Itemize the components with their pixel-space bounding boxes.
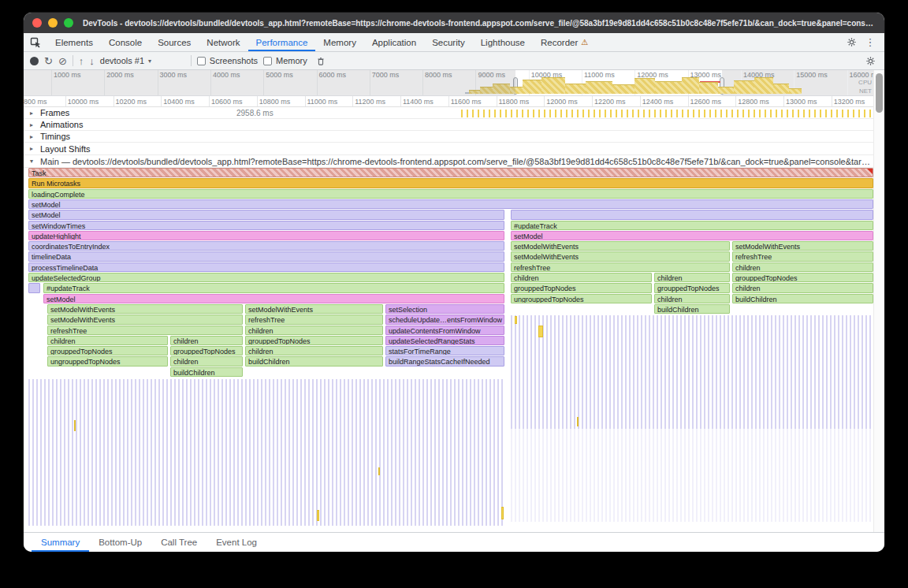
flame-bar[interactable]: updateSelectedRangeStats: [385, 336, 504, 345]
flame-bar[interactable]: scheduleUpdate…entsFromWindow: [385, 314, 504, 324]
flame-bar[interactable]: setModelWithEvents: [732, 241, 873, 251]
tab-console[interactable]: Console: [101, 33, 150, 51]
flame-bar[interactable]: updateSelectedGroup: [28, 273, 504, 282]
record-button[interactable]: [30, 57, 39, 65]
flame-bar[interactable]: [28, 283, 40, 292]
close-window-button[interactable]: [32, 18, 42, 28]
flame-bar[interactable]: statsForTimeRange: [385, 346, 504, 355]
settings-gear-button[interactable]: [843, 35, 859, 50]
flame-bar[interactable]: buildChildren: [732, 294, 873, 303]
vertical-scrollbar[interactable]: [873, 70, 884, 532]
flame-bar[interactable]: grouppedTopNodes: [511, 283, 652, 292]
tab-application[interactable]: Application: [364, 33, 424, 51]
flame-bar[interactable]: grouppedTopNodes: [47, 346, 168, 355]
flame-bar[interactable]: children: [245, 326, 383, 335]
flame-bar[interactable]: grouppedTopNodes: [654, 283, 730, 292]
flame-bar[interactable]: children: [732, 262, 873, 272]
flame-bar[interactable]: setModel: [28, 199, 873, 209]
flame-bar[interactable]: setModelWithEvents: [511, 251, 730, 261]
tab-event-log[interactable]: Event Log: [207, 533, 266, 552]
memory-checkbox[interactable]: Memory: [263, 56, 307, 65]
flame-bar[interactable]: grouppedTopNodes: [170, 346, 243, 355]
flame-bar[interactable]: coordinatesToEntryIndex: [28, 241, 504, 251]
tab-sources[interactable]: Sources: [150, 33, 199, 51]
track-frames[interactable]: ▸ Frames 2958.6 ms: [24, 107, 873, 119]
garbage-collect-button[interactable]: [313, 53, 329, 69]
flame-bar[interactable]: children: [47, 336, 168, 345]
flame-bar[interactable]: children: [732, 283, 873, 292]
flame-bar[interactable]: loadingComplete: [28, 189, 873, 199]
flame-bar[interactable]: children: [245, 346, 383, 355]
flame-bar[interactable]: timelineData: [28, 251, 504, 261]
flame-bar[interactable]: ungrouppedTopNodes: [511, 294, 652, 303]
kebab-menu-button[interactable]: ⋮: [862, 35, 878, 50]
tab-summary[interactable]: Summary: [32, 533, 89, 552]
flame-bar[interactable]: setWindowTimes: [28, 221, 504, 230]
flame-bar[interactable]: [511, 210, 873, 219]
tab-bottom-up[interactable]: Bottom-Up: [89, 533, 151, 552]
flame-bar[interactable]: updateHighlight: [28, 231, 504, 240]
capture-settings-gear-button[interactable]: [862, 53, 878, 69]
tab-elements[interactable]: Elements: [47, 33, 101, 51]
load-profile-button[interactable]: ↑: [79, 56, 84, 66]
ruler-gridline: [783, 96, 784, 106]
track-layout-shifts[interactable]: ▸ Layout Shifts: [24, 143, 873, 155]
flame-bar[interactable]: children: [170, 356, 243, 366]
flame-bar[interactable]: refreshTree: [511, 262, 730, 272]
cpu-activity-bump: [634, 78, 655, 94]
net-track-label: NET: [859, 87, 872, 95]
flame-bar[interactable]: buildChildren: [245, 356, 383, 366]
minimize-window-button[interactable]: [48, 18, 58, 28]
flame-bar[interactable]: setModelWithEvents: [245, 304, 383, 314]
zoom-window-button[interactable]: [64, 18, 73, 28]
flame-bar[interactable]: buildChildren: [170, 367, 243, 377]
overview-track[interactable]: CPU NET 1000 ms2000 ms3000 ms4000 ms5000…: [24, 70, 884, 96]
flame-bar[interactable]: children: [654, 294, 730, 303]
tab-performance[interactable]: Performance: [248, 33, 316, 51]
flame-bar[interactable]: setModel: [43, 294, 504, 303]
flame-bar[interactable]: #updateTrack: [511, 221, 873, 230]
flame-bar[interactable]: Run Microtasks: [28, 178, 873, 188]
track-animations[interactable]: ▸ Animations: [24, 119, 873, 131]
flame-bar[interactable]: children: [654, 273, 730, 282]
flame-bar[interactable]: setModel: [28, 210, 504, 219]
flame-bar[interactable]: setModelWithEvents: [511, 241, 730, 251]
tab-security[interactable]: Security: [424, 33, 473, 51]
devtools-tabbar: Elements Console Sources Network Perform…: [24, 33, 884, 52]
flame-bar[interactable]: setSelection: [385, 304, 504, 314]
flame-bar[interactable]: grouppedTopNodes: [732, 273, 873, 282]
flame-bar[interactable]: ungrouppedTopNodes: [47, 356, 168, 366]
flame-bar[interactable]: children: [511, 273, 652, 282]
tab-memory[interactable]: Memory: [315, 33, 364, 51]
scrollbar-thumb[interactable]: [876, 73, 883, 113]
screenshots-checkbox[interactable]: Screenshots: [197, 56, 258, 65]
flame-bar[interactable]: processTimelineData: [28, 262, 504, 272]
flame-bar[interactable]: #updateTrack: [43, 283, 504, 292]
tab-recorder[interactable]: Recorder: [533, 33, 586, 51]
flame-bar[interactable]: setModel: [511, 231, 873, 240]
inspect-element-button[interactable]: [24, 33, 47, 51]
flame-bar[interactable]: refreshTree: [245, 314, 383, 324]
tab-lighthouse[interactable]: Lighthouse: [473, 33, 533, 51]
flame-bar[interactable]: children: [170, 336, 243, 345]
flame-chart[interactable]: TaskRun MicrotasksloadingCompletesetMode…: [24, 168, 873, 532]
clear-recording-button[interactable]: ⊘: [58, 56, 67, 66]
overview-dim-left: [24, 70, 515, 95]
track-main[interactable]: ▾ Main — devtools://devtools/bundled/dev…: [24, 155, 873, 168]
flame-bar[interactable]: refreshTree: [732, 251, 873, 261]
tab-network[interactable]: Network: [199, 33, 247, 51]
flame-bar[interactable]: updateContentsFromWindow: [385, 326, 504, 335]
flame-bar[interactable]: setModelWithEvents: [47, 304, 243, 314]
flame-bar[interactable]: buildChildren: [654, 304, 730, 314]
tab-label: Performance: [256, 38, 308, 47]
flame-bar[interactable]: refreshTree: [47, 326, 243, 335]
flame-bar[interactable]: Task: [28, 168, 873, 177]
profile-select[interactable]: devtools #1 ▾: [100, 56, 185, 65]
track-timings[interactable]: ▸ Timings: [24, 131, 873, 143]
tab-call-tree[interactable]: Call Tree: [151, 533, 207, 552]
reload-and-record-button[interactable]: ↻: [44, 56, 53, 66]
flame-bar[interactable]: setModelWithEvents: [47, 314, 243, 324]
flame-bar[interactable]: buildRangeStatsCacheIfNeeded: [385, 356, 504, 366]
save-profile-button[interactable]: ↓: [89, 56, 95, 66]
flame-bar[interactable]: grouppedTopNodes: [245, 336, 383, 345]
